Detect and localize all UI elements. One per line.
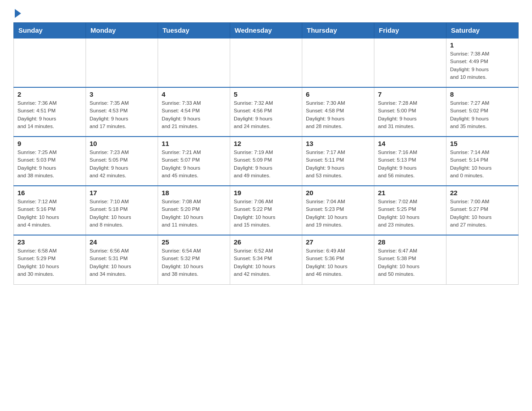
day-number: 22 [450,189,515,197]
day-info: Sunrise: 6:52 AM Sunset: 5:34 PM Dayligh… [234,247,298,278]
calendar-cell [446,235,519,284]
calendar-cell: 1Sunrise: 7:38 AM Sunset: 4:49 PM Daylig… [446,38,519,87]
day-info: Sunrise: 7:12 AM Sunset: 5:16 PM Dayligh… [17,198,82,229]
calendar-cell: 26Sunrise: 6:52 AM Sunset: 5:34 PM Dayli… [230,235,302,284]
day-info: Sunrise: 6:47 AM Sunset: 5:38 PM Dayligh… [378,247,442,278]
calendar-cell: 20Sunrise: 7:04 AM Sunset: 5:23 PM Dayli… [302,186,374,235]
day-number: 11 [162,140,226,147]
day-number: 10 [90,140,154,147]
calendar-cell [86,38,158,87]
day-number: 16 [17,189,82,197]
calendar-cell: 14Sunrise: 7:16 AM Sunset: 5:13 PM Dayli… [374,137,446,186]
day-info: Sunrise: 6:54 AM Sunset: 5:32 PM Dayligh… [162,247,226,278]
logo-triangle-icon [15,9,21,18]
day-number: 24 [90,238,154,246]
calendar-cell: 4Sunrise: 7:33 AM Sunset: 4:54 PM Daylig… [158,87,230,137]
day-info: Sunrise: 7:19 AM Sunset: 5:09 PM Dayligh… [234,149,298,180]
day-info: Sunrise: 7:36 AM Sunset: 4:51 PM Dayligh… [17,99,82,130]
day-info: Sunrise: 7:30 AM Sunset: 4:58 PM Dayligh… [306,99,370,130]
calendar-cell: 13Sunrise: 7:17 AM Sunset: 5:11 PM Dayli… [302,137,374,186]
day-info: Sunrise: 7:25 AM Sunset: 5:03 PM Dayligh… [17,149,82,180]
calendar-cell: 16Sunrise: 7:12 AM Sunset: 5:16 PM Dayli… [14,186,86,235]
day-info: Sunrise: 7:27 AM Sunset: 5:02 PM Dayligh… [450,99,515,130]
day-number: 14 [378,140,442,147]
page-header [13,9,519,18]
day-number: 18 [162,189,226,197]
day-number: 19 [234,189,298,197]
day-number: 6 [306,90,370,98]
day-number: 27 [306,238,370,246]
calendar-cell: 19Sunrise: 7:06 AM Sunset: 5:22 PM Dayli… [230,186,302,235]
day-info: Sunrise: 7:23 AM Sunset: 5:05 PM Dayligh… [90,149,154,180]
day-info: Sunrise: 6:56 AM Sunset: 5:31 PM Dayligh… [90,247,154,278]
day-number: 7 [378,90,442,98]
day-number: 12 [234,140,298,147]
day-number: 20 [306,189,370,197]
calendar-cell: 8Sunrise: 7:27 AM Sunset: 5:02 PM Daylig… [446,87,519,137]
day-number: 28 [378,238,442,246]
day-info: Sunrise: 7:16 AM Sunset: 5:13 PM Dayligh… [378,149,442,180]
weekday-header-saturday: Saturday [446,23,519,39]
calendar-cell: 11Sunrise: 7:21 AM Sunset: 5:07 PM Dayli… [158,137,230,186]
calendar-cell: 17Sunrise: 7:10 AM Sunset: 5:18 PM Dayli… [86,186,158,235]
weekday-header-sunday: Sunday [14,23,86,39]
day-number: 23 [17,238,82,246]
calendar-cell [230,38,302,87]
calendar-week-row: 23Sunrise: 6:58 AM Sunset: 5:29 PM Dayli… [14,235,519,284]
day-number: 3 [90,90,154,98]
day-info: Sunrise: 7:06 AM Sunset: 5:22 PM Dayligh… [234,198,298,229]
weekday-header-row: SundayMondayTuesdayWednesdayThursdayFrid… [14,23,519,39]
day-number: 9 [17,140,82,147]
day-info: Sunrise: 7:00 AM Sunset: 5:27 PM Dayligh… [450,198,515,229]
day-info: Sunrise: 7:21 AM Sunset: 5:07 PM Dayligh… [162,149,226,180]
calendar-cell: 24Sunrise: 6:56 AM Sunset: 5:31 PM Dayli… [86,235,158,284]
calendar-table: SundayMondayTuesdayWednesdayThursdayFrid… [13,22,519,285]
day-info: Sunrise: 6:49 AM Sunset: 5:36 PM Dayligh… [306,247,370,278]
logo [13,9,21,18]
calendar-cell: 12Sunrise: 7:19 AM Sunset: 5:09 PM Dayli… [230,137,302,186]
calendar-cell: 5Sunrise: 7:32 AM Sunset: 4:56 PM Daylig… [230,87,302,137]
calendar-cell: 9Sunrise: 7:25 AM Sunset: 5:03 PM Daylig… [14,137,86,186]
calendar-cell: 22Sunrise: 7:00 AM Sunset: 5:27 PM Dayli… [446,186,519,235]
calendar-week-row: 9Sunrise: 7:25 AM Sunset: 5:03 PM Daylig… [14,137,519,186]
day-info: Sunrise: 7:14 AM Sunset: 5:14 PM Dayligh… [450,149,515,180]
day-info: Sunrise: 7:33 AM Sunset: 4:54 PM Dayligh… [162,99,226,130]
weekday-header-wednesday: Wednesday [230,23,302,39]
day-info: Sunrise: 7:04 AM Sunset: 5:23 PM Dayligh… [306,198,370,229]
day-info: Sunrise: 7:28 AM Sunset: 5:00 PM Dayligh… [378,99,442,130]
calendar-cell: 15Sunrise: 7:14 AM Sunset: 5:14 PM Dayli… [446,137,519,186]
calendar-cell [158,38,230,87]
calendar-week-row: 2Sunrise: 7:36 AM Sunset: 4:51 PM Daylig… [14,87,519,137]
calendar-cell: 18Sunrise: 7:08 AM Sunset: 5:20 PM Dayli… [158,186,230,235]
day-number: 25 [162,238,226,246]
day-info: Sunrise: 7:08 AM Sunset: 5:20 PM Dayligh… [162,198,226,229]
calendar-cell [302,38,374,87]
day-info: Sunrise: 7:35 AM Sunset: 4:53 PM Dayligh… [90,99,154,130]
day-info: Sunrise: 7:02 AM Sunset: 5:25 PM Dayligh… [378,198,442,229]
calendar-cell: 3Sunrise: 7:35 AM Sunset: 4:53 PM Daylig… [86,87,158,137]
day-number: 21 [378,189,442,197]
weekday-header-thursday: Thursday [302,23,374,39]
day-info: Sunrise: 7:38 AM Sunset: 4:49 PM Dayligh… [450,50,515,81]
weekday-header-tuesday: Tuesday [158,23,230,39]
day-info: Sunrise: 7:32 AM Sunset: 4:56 PM Dayligh… [234,99,298,130]
day-number: 2 [17,90,82,98]
calendar-cell: 7Sunrise: 7:28 AM Sunset: 5:00 PM Daylig… [374,87,446,137]
day-info: Sunrise: 7:10 AM Sunset: 5:18 PM Dayligh… [90,198,154,229]
day-number: 8 [450,90,515,98]
calendar-cell: 23Sunrise: 6:58 AM Sunset: 5:29 PM Dayli… [14,235,86,284]
calendar-cell: 21Sunrise: 7:02 AM Sunset: 5:25 PM Dayli… [374,186,446,235]
day-number: 5 [234,90,298,98]
day-number: 26 [234,238,298,246]
calendar-week-row: 16Sunrise: 7:12 AM Sunset: 5:16 PM Dayli… [14,186,519,235]
calendar-week-row: 1Sunrise: 7:38 AM Sunset: 4:49 PM Daylig… [14,38,519,87]
calendar-cell: 2Sunrise: 7:36 AM Sunset: 4:51 PM Daylig… [14,87,86,137]
weekday-header-friday: Friday [374,23,446,39]
day-number: 17 [90,189,154,197]
calendar-cell: 10Sunrise: 7:23 AM Sunset: 5:05 PM Dayli… [86,137,158,186]
calendar-cell: 27Sunrise: 6:49 AM Sunset: 5:36 PM Dayli… [302,235,374,284]
calendar-cell: 6Sunrise: 7:30 AM Sunset: 4:58 PM Daylig… [302,87,374,137]
day-number: 15 [450,140,515,147]
day-number: 13 [306,140,370,147]
calendar-cell [14,38,86,87]
